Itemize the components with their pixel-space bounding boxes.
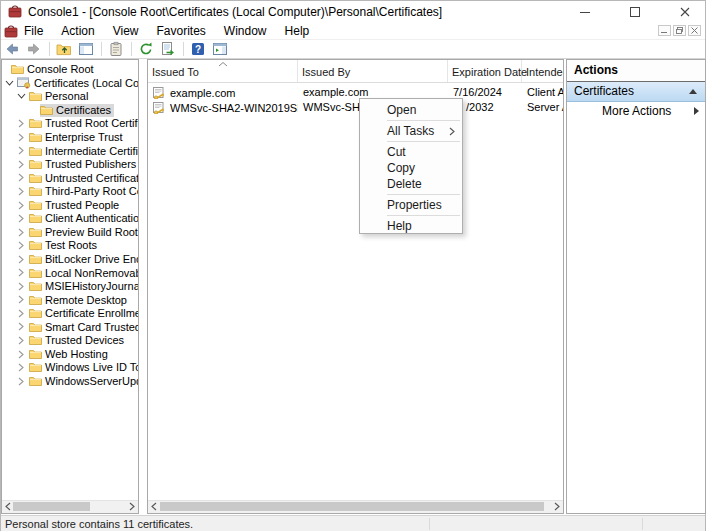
chevron-collapsed-icon[interactable] xyxy=(17,255,25,264)
tree-item-main[interactable]: Trusted Root Certification Authorities xyxy=(29,117,138,131)
menu-file[interactable]: File xyxy=(15,23,52,39)
tree-item-client-authentication-issuers[interactable]: Client Authentication Issuers xyxy=(2,212,138,226)
tree-item-main[interactable]: Web Hosting xyxy=(29,348,111,362)
tree-item-main[interactable]: Certificates xyxy=(40,104,114,118)
tree-item-main[interactable]: Remote Desktop xyxy=(29,293,130,307)
tree-item-personal[interactable]: Personal xyxy=(2,90,138,104)
toolbar-up-one-level-button[interactable] xyxy=(56,41,72,57)
more-actions-item[interactable]: More Actions xyxy=(567,102,705,120)
tree-item-main[interactable]: Certificate Enrollment Requests xyxy=(29,307,138,321)
chevron-collapsed-icon[interactable] xyxy=(17,146,25,155)
chevron-collapsed-icon[interactable] xyxy=(17,187,25,196)
tree-item-certificate-enrollment-requests[interactable]: Certificate Enrollment Requests xyxy=(2,307,138,321)
chevron-collapsed-icon[interactable] xyxy=(17,133,25,142)
tree-item-windows-live-id-token-issuer[interactable]: Windows Live ID Token Issuer xyxy=(2,361,138,375)
tree-item-trusted-devices[interactable]: Trusted Devices xyxy=(2,334,138,348)
tree-item-trusted-root-certification-authorities[interactable]: Trusted Root Certification Authorities xyxy=(2,117,138,131)
certificate-row-example-com[interactable]: example.comexample.com7/16/2024Client Au… xyxy=(148,85,563,100)
chevron-collapsed-icon[interactable] xyxy=(17,309,25,318)
chevron-collapsed-icon[interactable] xyxy=(17,268,25,277)
tree-item-main[interactable]: Windows Live ID Token Issuer xyxy=(29,361,138,375)
tree-item-main[interactable]: Test Roots xyxy=(29,239,100,253)
tree-item-main[interactable]: WindowsServerUpdateServices xyxy=(29,375,138,389)
collapse-up-icon[interactable] xyxy=(689,89,697,94)
scroll-left-icon[interactable] xyxy=(148,501,160,512)
context-menu-properties[interactable]: Properties xyxy=(360,197,462,213)
chevron-collapsed-icon[interactable] xyxy=(17,295,25,304)
maximize-button[interactable] xyxy=(612,1,657,23)
context-menu-delete[interactable]: Delete xyxy=(360,176,462,192)
toolbar-action-pane-button[interactable] xyxy=(212,41,228,57)
column-header-intended-purposes[interactable]: Intended Purposes xyxy=(522,60,564,82)
tree-item-trusted-publishers[interactable]: Trusted Publishers xyxy=(2,158,138,172)
tree-item-main[interactable]: Personal xyxy=(29,90,91,104)
tree-item-enterprise-trust[interactable]: Enterprise Trust xyxy=(2,131,138,145)
column-header-issued-by[interactable]: Issued By xyxy=(298,60,448,82)
tree-item-windowsserverupdateservices[interactable]: WindowsServerUpdateServices xyxy=(2,375,138,389)
chevron-collapsed-icon[interactable] xyxy=(17,241,25,250)
tree-item-main[interactable]: Client Authentication Issuers xyxy=(29,212,138,226)
tree-item-main[interactable]: Preview Build Roots xyxy=(29,226,138,240)
context-menu-help[interactable]: Help xyxy=(360,218,462,234)
chevron-collapsed-icon[interactable] xyxy=(17,201,25,210)
chevron-collapsed-icon[interactable] xyxy=(17,228,25,237)
chevron-expanded-icon[interactable] xyxy=(17,92,26,100)
certificate-row-wmsvc-sha2-win2019servad[interactable]: WMSvc-SHA2-WIN2019SERVADWMSvc-SHA2/2032S… xyxy=(148,100,563,115)
toolbar-export-list-button[interactable] xyxy=(160,41,176,57)
toolbar-clipboard-button[interactable] xyxy=(108,41,124,57)
tree-item-main[interactable]: Console Root xyxy=(11,63,97,77)
tree-item-remote-desktop[interactable]: Remote Desktop xyxy=(2,293,138,307)
chevron-collapsed-icon[interactable] xyxy=(17,363,25,372)
tree-item-main[interactable]: Intermediate Certification Authorities xyxy=(29,144,138,158)
tree-item-main[interactable]: Trusted Publishers xyxy=(29,158,138,172)
chevron-collapsed-icon[interactable] xyxy=(17,322,25,331)
chevron-collapsed-icon[interactable] xyxy=(17,350,25,359)
chevron-collapsed-icon[interactable] xyxy=(17,119,25,128)
toolbar-forward-button[interactable] xyxy=(26,41,42,57)
tree-item-console-root[interactable]: Console Root xyxy=(2,63,138,77)
tree-item-main[interactable]: Enterprise Trust xyxy=(29,131,126,145)
scrollbar-thumb[interactable] xyxy=(160,502,544,511)
chevron-collapsed-icon[interactable] xyxy=(17,336,25,345)
tree-item-main[interactable]: Trusted Devices xyxy=(29,334,127,348)
scroll-right-icon[interactable] xyxy=(551,501,563,512)
tree-item-web-hosting[interactable]: Web Hosting xyxy=(2,348,138,362)
chevron-collapsed-icon[interactable] xyxy=(17,160,25,169)
close-button[interactable] xyxy=(662,1,706,23)
scroll-right-icon[interactable] xyxy=(126,501,138,512)
tree-item-main[interactable]: Trusted People xyxy=(29,199,122,213)
tree-item-main[interactable]: Smart Card Trusted Roots xyxy=(29,320,138,334)
chevron-collapsed-icon[interactable] xyxy=(17,173,25,182)
tree-item-third-party-root-certification-authorities[interactable]: Third-Party Root Certification Authoriti… xyxy=(2,185,138,199)
tree-item-smart-card-trusted-roots[interactable]: Smart Card Trusted Roots xyxy=(2,320,138,334)
tree-item-untrusted-certificates[interactable]: Untrusted Certificates xyxy=(2,171,138,185)
tree-item-certificates-local-computer[interactable]: Certificates (Local Computer) xyxy=(2,77,138,91)
tree-item-local-nonremovable-certificates[interactable]: Local NonRemovable Certificates xyxy=(2,266,138,280)
column-header-expiration-date[interactable]: Expiration Date xyxy=(448,60,522,82)
child-restore-button[interactable] xyxy=(673,25,686,36)
tree-item-main[interactable]: Untrusted Certificates xyxy=(29,171,138,185)
tree-item-certificates[interactable]: Certificates xyxy=(2,104,138,118)
child-close-button[interactable] xyxy=(688,25,701,36)
tree-item-preview-build-roots[interactable]: Preview Build Roots xyxy=(2,226,138,240)
context-menu-copy[interactable]: Copy xyxy=(360,160,462,176)
chevron-collapsed-icon[interactable] xyxy=(17,377,25,386)
tree-item-trusted-people[interactable]: Trusted People xyxy=(2,199,138,213)
chevron-collapsed-icon[interactable] xyxy=(17,214,25,223)
chevron-collapsed-icon[interactable] xyxy=(17,282,25,291)
toolbar-help-button[interactable]: ? xyxy=(190,41,206,57)
tree-item-main[interactable]: BitLocker Drive Encryption Certificates xyxy=(29,253,138,267)
tree-item-main[interactable]: MSIEHistoryJournal xyxy=(29,280,138,294)
context-menu-all-tasks[interactable]: All Tasks xyxy=(360,123,462,139)
tree-item-main[interactable]: Certificates (Local Computer) xyxy=(17,77,138,91)
tree-item-intermediate-certification-authorities[interactable]: Intermediate Certification Authorities xyxy=(2,144,138,158)
menu-window[interactable]: Window xyxy=(215,23,276,39)
actions-group-certificates[interactable]: Certificates xyxy=(567,82,705,102)
minimize-button[interactable] xyxy=(562,1,607,23)
menu-view[interactable]: View xyxy=(104,23,148,39)
toolbar-refresh-button[interactable] xyxy=(138,41,154,57)
toolbar-console-tree-button[interactable] xyxy=(78,41,94,57)
context-menu-open[interactable]: Open xyxy=(360,102,462,118)
chevron-expanded-icon[interactable] xyxy=(5,79,14,87)
scrollbar-thumb[interactable] xyxy=(13,502,90,511)
